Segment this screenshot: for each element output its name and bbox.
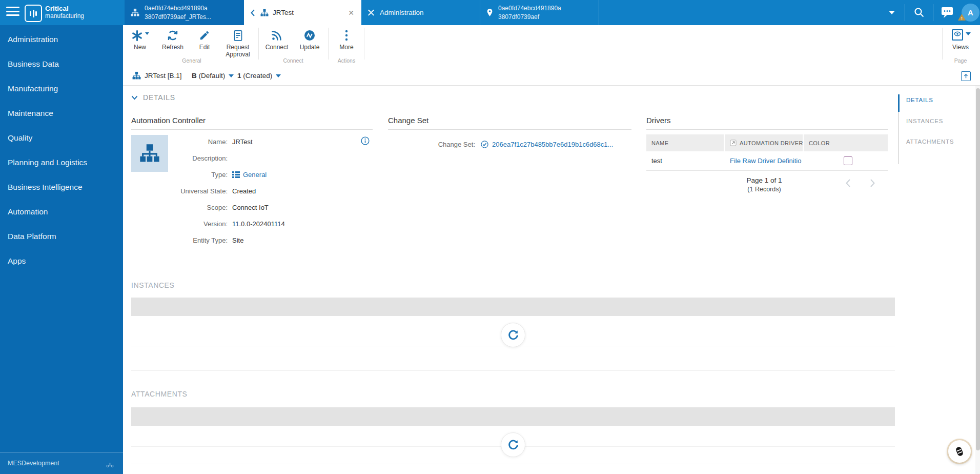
anchor-active-indicator [898,94,900,112]
details-section-title: DETAILS [143,93,175,102]
environment-indicator[interactable]: MESDevelopment [0,452,123,474]
change-set-field: Change Set: 206ea7f1c27b485bb7e6d19b1c6d… [388,137,613,151]
sidebar-item-administration[interactable]: Administration [0,27,123,52]
sidebar-item-business-intelligence[interactable]: Business Intelligence [0,175,123,200]
tab-jrtest-label: JRTest [273,9,347,16]
change-set-label: Change Set: [388,141,475,148]
loading-spinner-icon [507,329,520,342]
driver-name-cell: test [646,151,725,170]
version-selector[interactable]: B (Default) [192,67,234,85]
driver-table-row[interactable]: test File Raw Driver Definitio [646,151,888,171]
hierarchy-icon [260,9,269,17]
page-content: DETAILS Automation Controller Name: JRTe… [123,85,975,474]
column-header-automation-driver-definition[interactable]: AUTOMATION DRIVER DE [725,134,804,151]
tab-location-instance[interactable]: 0ae0fd74ebcd491890a 3807df0739aef [480,0,599,25]
ribbon-separator [328,28,329,60]
feedback-button[interactable] [948,440,971,463]
messages-icon[interactable] [941,7,953,21]
chevron-down-icon [229,74,234,77]
sidebar-item-planning-and-logistics[interactable]: Planning and Logistics [0,150,123,175]
list-stripe [131,464,895,464]
tools-icon [368,9,375,16]
field-scope: Scope: Connect IoT [170,199,285,215]
sidebar-item-quality[interactable]: Quality [0,126,123,150]
records-count: (1 Records) [747,186,781,193]
automation-controller-panel-title: Automation Controller [131,116,373,130]
topbar-separator [905,4,905,21]
type-link[interactable]: General [243,171,267,179]
anchor-details[interactable]: DETAILS [906,97,933,103]
tab-location-label: 0ae0fd74ebcd491890a 3807df0739aef [498,4,561,21]
attachments-loading-spinner [501,432,525,457]
field-description: Description: [170,150,285,166]
feedback-logo-icon [953,445,966,458]
vertical-scrollbar[interactable] [976,88,980,450]
sidebar-item-automation[interactable]: Automation [0,200,123,224]
previous-page-icon[interactable] [845,179,851,190]
sidebar-item-apps[interactable]: Apps [0,249,123,273]
tab-overflow-caret-icon[interactable] [889,11,895,14]
brand-text: Critical manufacturing [45,5,84,19]
sidebar-item-business-data[interactable]: Business Data [0,52,123,76]
entity-breadcrumb-bar: JRTest [B.1] B (Default) 1 (Created) [123,67,980,86]
driver-definition-link[interactable]: File Raw Driver Definitio [730,157,801,165]
close-tab-icon[interactable]: ✕ [347,8,355,18]
pencil-icon [192,28,217,43]
info-icon[interactable] [360,136,370,148]
column-header-color[interactable]: COLOR [804,134,888,151]
brand-line1: Critical [45,5,84,13]
page-indicator: Page 1 of 1 [746,176,782,184]
environment-name: MESDevelopment [8,453,59,474]
ribbon-group-page: Page [945,57,976,64]
field-version: Version: 11.0.0-202401114 [170,215,285,232]
entity-image [131,135,168,172]
hamburger-menu-icon[interactable] [6,7,19,18]
next-page-icon[interactable] [870,179,875,190]
sidebar-item-data-platform[interactable]: Data Platform [0,224,123,249]
color-checkbox[interactable] [844,156,852,165]
hierarchy-icon [131,8,139,17]
tab-administration[interactable]: Administration [361,0,480,25]
critical-manufacturing-logo-icon [25,5,42,22]
column-header-name[interactable]: NAME [646,134,725,151]
brand-line2: manufacturing [45,13,84,20]
back-chevron-icon[interactable] [250,9,255,17]
instances-loading-spinner [501,323,525,347]
change-set-panel-title: Change Set [388,116,631,130]
tab-strip: 0ae0fd74ebcd491890a 3807df0739aef_JRTes.… [125,0,599,25]
tab-jrtest-current[interactable]: JRTest ✕ [244,0,361,25]
refresh-icon [158,28,188,43]
drivers-panel-title: Drivers [646,116,888,130]
views-button[interactable] [952,29,963,41]
anchor-attachments[interactable]: ATTACHMENTS [906,139,954,145]
broadcast-icon [261,28,292,43]
ribbon-group-connect: Connect [283,57,303,64]
change-set-link[interactable]: 206ea7f1c27b485bb7e6d19b1c6d68c1... [492,141,613,148]
request-approval-button[interactable]: Request Approval [219,28,256,63]
drivers-table-header: NAME AUTOMATION DRIVER DE COLOR [646,134,888,151]
sidebar-item-manufacturing[interactable]: Manufacturing [0,76,123,101]
skeleton-bar [131,407,895,426]
new-button[interactable]: New [125,28,155,63]
details-section-toggle[interactable]: DETAILS [131,93,175,102]
tab-entity-instance[interactable]: 0ae0fd74ebcd491890a 3807df0739aef_JRTes.… [125,0,244,25]
anchor-instances[interactable]: INSTANCES [906,118,943,124]
list-stripe [131,370,895,371]
skeleton-bar [131,298,895,316]
field-entity-type: Entity Type: Site [170,232,285,248]
ribbon-separator [364,28,364,60]
search-icon[interactable] [913,7,925,20]
loading-spinner-icon [507,439,520,451]
field-universal-state: Universal State: Created [170,183,285,199]
chevron-down-icon [131,95,138,100]
ribbon-group-general: General [182,57,201,64]
state-selector[interactable]: 1 (Created) [237,67,281,85]
tab-entity-label: 0ae0fd74ebcd491890a 3807df0739aef_JRTes.… [145,4,211,21]
views-label: Views [945,44,976,51]
expand-panel-icon[interactable] [961,71,971,81]
tab-administration-label: Administration [380,9,424,16]
views-eye-icon [954,30,961,40]
instances-section-title: INSTANCES [131,281,175,289]
sidebar-item-maintenance[interactable]: Maintenance [0,101,123,126]
views-caret-icon[interactable] [966,32,971,35]
